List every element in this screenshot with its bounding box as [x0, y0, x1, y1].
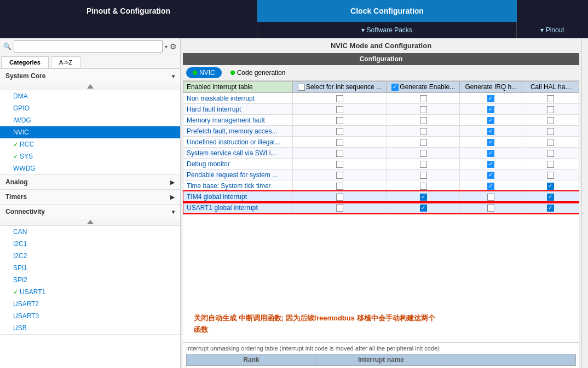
- checkbox-cell[interactable]: [460, 115, 522, 126]
- checkbox-cell[interactable]: [387, 148, 460, 159]
- checkbox[interactable]: [420, 117, 427, 124]
- table-row[interactable]: Debug monitor: [183, 159, 579, 170]
- checkbox[interactable]: [487, 205, 494, 212]
- checkbox-cell[interactable]: [460, 148, 522, 159]
- checkbox-cell[interactable]: [387, 191, 460, 202]
- checkbox[interactable]: [547, 139, 554, 146]
- checkbox-cell[interactable]: [293, 126, 387, 137]
- table-row[interactable]: Prefetch fault, memory acces...: [183, 126, 579, 137]
- checkbox[interactable]: [420, 95, 427, 102]
- sidebar-item-iwdg[interactable]: IWDG: [0, 114, 180, 126]
- sidebar-item-usart1[interactable]: USART1: [0, 286, 180, 298]
- table-row[interactable]: System service call via SWI i...: [183, 148, 579, 159]
- checkbox[interactable]: [336, 95, 343, 102]
- section-header-timers[interactable]: Timers ▶: [0, 190, 180, 204]
- table-row[interactable]: USART1 global interrupt: [183, 202, 579, 213]
- scroll-up-conn-button[interactable]: [87, 220, 94, 224]
- checkbox-cell[interactable]: [460, 159, 522, 170]
- checkbox[interactable]: [487, 128, 494, 135]
- checkbox[interactable]: [547, 117, 554, 124]
- checkbox[interactable]: [336, 172, 343, 179]
- checkbox[interactable]: [336, 194, 343, 201]
- checkbox[interactable]: [336, 205, 343, 212]
- checkbox[interactable]: [336, 161, 343, 168]
- sidebar-item-dma[interactable]: DMA: [0, 90, 180, 102]
- section-header-analog[interactable]: Analog ▶: [0, 175, 180, 189]
- checkbox-cell[interactable]: [522, 93, 579, 104]
- checkbox[interactable]: [336, 117, 343, 124]
- sidebar-item-i2c2[interactable]: I2C2: [0, 250, 180, 262]
- table-row[interactable]: Non maskable interrupt: [183, 93, 579, 104]
- sidebar-item-i2c1[interactable]: I2C1: [0, 238, 180, 250]
- checkbox[interactable]: [336, 128, 343, 135]
- checkbox-cell[interactable]: [522, 115, 579, 126]
- sidebar-item-can[interactable]: CAN: [0, 226, 180, 238]
- checkbox[interactable]: [547, 95, 554, 102]
- checkbox-cell[interactable]: [293, 159, 387, 170]
- checkbox-cell[interactable]: [387, 170, 460, 180]
- tab-code-generation[interactable]: Code generation: [224, 67, 292, 78]
- checkbox-cell[interactable]: [293, 148, 387, 159]
- checkbox[interactable]: [420, 183, 427, 190]
- col-header-generate-enable[interactable]: Generate Enable...: [387, 81, 460, 93]
- sw-packs-btn[interactable]: ▾ Software Packs: [257, 22, 517, 38]
- checkbox[interactable]: [420, 150, 427, 157]
- checkbox[interactable]: [487, 95, 494, 102]
- checkbox[interactable]: [487, 194, 494, 201]
- sidebar-item-usart2[interactable]: USART2: [0, 298, 180, 310]
- checkbox-cell[interactable]: [522, 180, 579, 191]
- checkbox-cell[interactable]: [460, 93, 522, 104]
- section-header-system-core[interactable]: System Core ▾: [0, 69, 180, 83]
- checkbox-cell[interactable]: [522, 170, 579, 180]
- checkbox[interactable]: [547, 183, 554, 190]
- checkbox-cell[interactable]: [387, 104, 460, 115]
- checkbox-cell[interactable]: [460, 202, 522, 213]
- checkbox-cell[interactable]: [522, 148, 579, 159]
- checkbox[interactable]: [336, 139, 343, 146]
- search-dropdown-arrow[interactable]: ▾: [165, 44, 168, 50]
- gear-icon[interactable]: ⚙: [170, 42, 177, 51]
- scrollbar[interactable]: [581, 38, 588, 368]
- table-row[interactable]: Memory management fault: [183, 115, 579, 126]
- checkbox-cell[interactable]: [387, 180, 460, 191]
- sidebar-item-spi1[interactable]: SPI1: [0, 262, 180, 274]
- checkbox-cell[interactable]: [460, 137, 522, 148]
- sidebar-item-rcc[interactable]: RCC: [0, 138, 180, 150]
- checkbox-cell[interactable]: [387, 202, 460, 213]
- checkbox[interactable]: [547, 161, 554, 168]
- checkbox-cell[interactable]: [460, 191, 522, 202]
- checkbox[interactable]: [336, 150, 343, 157]
- checkbox[interactable]: [420, 106, 427, 113]
- col-header-select[interactable]: Select for init sequence ...: [293, 81, 387, 93]
- section-header-connectivity[interactable]: Connectivity ▾: [0, 205, 180, 219]
- table-row[interactable]: Undefined instruction or illegal...: [183, 137, 579, 148]
- checkbox-cell[interactable]: [387, 137, 460, 148]
- checkbox-cell[interactable]: [387, 93, 460, 104]
- search-input[interactable]: [14, 40, 163, 52]
- checkbox[interactable]: [420, 139, 427, 146]
- checkbox-cell[interactable]: [293, 170, 387, 180]
- checkbox[interactable]: [487, 183, 494, 190]
- checkbox[interactable]: [420, 172, 427, 179]
- checkbox-cell[interactable]: [387, 159, 460, 170]
- checkbox-cell[interactable]: [293, 115, 387, 126]
- table-row[interactable]: Time base: System tick timer: [183, 180, 579, 191]
- checkbox-cell[interactable]: [387, 126, 460, 137]
- checkbox[interactable]: [487, 172, 494, 179]
- checkbox-cell[interactable]: [522, 104, 579, 115]
- sidebar-item-usb[interactable]: USB: [0, 322, 180, 334]
- sidebar-item-wwdg[interactable]: WWDG: [0, 162, 180, 174]
- checkbox[interactable]: [487, 106, 494, 113]
- checkbox-cell[interactable]: [522, 191, 579, 202]
- checkbox-cell[interactable]: [293, 191, 387, 202]
- checkbox[interactable]: [547, 106, 554, 113]
- sidebar-item-spi2[interactable]: SPI2: [0, 274, 180, 286]
- checkbox-cell[interactable]: [460, 180, 522, 191]
- table-row[interactable]: TIM4 global interrupt: [183, 191, 579, 202]
- checkbox[interactable]: [420, 194, 427, 201]
- checkbox-cell[interactable]: [522, 202, 579, 213]
- checkbox-cell[interactable]: [460, 104, 522, 115]
- pinout-config-tab[interactable]: Pinout & Configuration: [0, 0, 257, 22]
- checkbox[interactable]: [487, 161, 494, 168]
- checkbox-cell[interactable]: [293, 180, 387, 191]
